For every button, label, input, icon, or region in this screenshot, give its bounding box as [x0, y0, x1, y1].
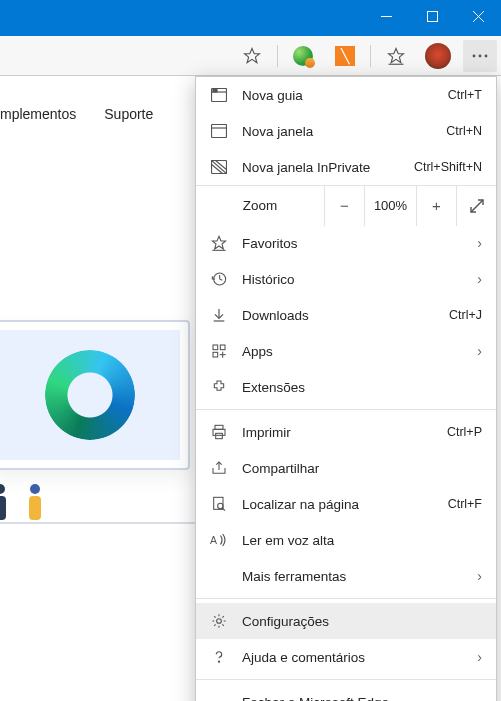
nav-link-addons[interactable]: mplementos	[0, 106, 76, 122]
favorites-icon	[210, 235, 228, 251]
new-tab-icon	[210, 88, 228, 102]
svg-rect-30	[215, 425, 223, 429]
extension-idm-icon[interactable]	[286, 40, 320, 72]
menu-label: Nova janela InPrivate	[242, 160, 400, 175]
svg-rect-31	[213, 429, 225, 435]
menu-shortcut: Ctrl+Shift+N	[414, 160, 482, 174]
menu-label: Nova guia	[242, 88, 434, 103]
settings-menu-button[interactable]	[463, 40, 497, 72]
menu-item-settings[interactable]: Configurações	[196, 603, 496, 639]
chevron-right-icon: ›	[477, 649, 482, 665]
menu-separator	[196, 409, 496, 410]
find-icon	[210, 496, 228, 512]
svg-rect-32	[216, 433, 223, 438]
menu-label: Compartilhar	[242, 461, 482, 476]
svg-text:A: A	[210, 534, 217, 546]
zoom-out-button[interactable]: −	[324, 186, 364, 226]
favorite-star-button[interactable]	[235, 40, 269, 72]
menu-label: Localizar na página	[242, 497, 434, 512]
extension-rss-icon[interactable]: ╲	[328, 40, 362, 72]
fullscreen-button[interactable]	[456, 186, 496, 226]
menu-separator	[196, 598, 496, 599]
chevron-right-icon: ›	[477, 568, 482, 584]
menu-label: Histórico	[242, 272, 463, 287]
menu-item-help[interactable]: Ajuda e comentários ›	[196, 639, 496, 675]
menu-item-extensions[interactable]: Extensões	[196, 369, 496, 405]
svg-rect-1	[427, 11, 437, 21]
menu-shortcut: Ctrl+N	[446, 124, 482, 138]
menu-item-history[interactable]: Histórico ›	[196, 261, 496, 297]
svg-rect-13	[212, 125, 227, 138]
menu-shortcut: Ctrl+F	[448, 497, 482, 511]
downloads-icon	[210, 307, 228, 323]
menu-label: Nova janela	[242, 124, 432, 139]
menu-label: Configurações	[242, 614, 482, 629]
svg-rect-25	[213, 345, 218, 350]
svg-marker-5	[389, 48, 404, 62]
chevron-right-icon: ›	[477, 343, 482, 359]
maximize-button[interactable]	[409, 0, 455, 32]
menu-label: Extensões	[242, 380, 482, 395]
svg-point-9	[485, 54, 488, 57]
edge-logo-icon	[45, 350, 135, 440]
help-icon	[210, 649, 228, 665]
zoom-label: Zoom	[196, 198, 324, 213]
svg-line-19	[471, 200, 483, 212]
svg-rect-12	[213, 90, 217, 93]
svg-line-16	[211, 160, 227, 174]
menu-label: Ajuda e comentários	[242, 650, 463, 665]
svg-point-8	[479, 54, 482, 57]
chevron-right-icon: ›	[477, 271, 482, 287]
window-titlebar	[0, 0, 501, 36]
history-icon	[210, 271, 228, 287]
svg-rect-26	[220, 345, 225, 350]
close-window-button[interactable]	[455, 0, 501, 32]
menu-item-print[interactable]: Imprimir Ctrl+P	[196, 414, 496, 450]
menu-item-close-edge[interactable]: Fechar o Microsoft Edge	[196, 684, 496, 701]
menu-label: Downloads	[242, 308, 435, 323]
menu-label: Fechar o Microsoft Edge	[242, 695, 482, 702]
zoom-in-button[interactable]: +	[416, 186, 456, 226]
menu-label: Imprimir	[242, 425, 433, 440]
menu-item-new-window[interactable]: Nova janela Ctrl+N	[196, 113, 496, 149]
zoom-value: 100%	[364, 186, 416, 226]
welcome-illustration	[0, 300, 210, 520]
apps-icon	[210, 343, 228, 359]
svg-point-39	[218, 661, 219, 662]
menu-item-share[interactable]: Compartilhar	[196, 450, 496, 486]
favorites-bar-button[interactable]	[379, 40, 413, 72]
menu-item-downloads[interactable]: Downloads Ctrl+J	[196, 297, 496, 333]
read-aloud-icon: A	[210, 532, 228, 548]
print-icon	[210, 424, 228, 440]
menu-item-favorites[interactable]: Favoritos ›	[196, 225, 496, 261]
menu-item-new-inprivate[interactable]: Nova janela InPrivate Ctrl+Shift+N	[196, 149, 496, 185]
menu-label: Mais ferramentas	[242, 569, 463, 584]
menu-item-find[interactable]: Localizar na página Ctrl+F	[196, 486, 496, 522]
svg-marker-4	[245, 48, 260, 62]
svg-marker-20	[212, 236, 225, 249]
menu-item-read-aloud[interactable]: A Ler em voz alta	[196, 522, 496, 558]
nav-link-support[interactable]: Suporte	[104, 106, 153, 122]
svg-point-38	[217, 619, 222, 624]
svg-point-35	[218, 503, 223, 508]
svg-rect-27	[213, 352, 218, 357]
menu-item-apps[interactable]: Apps ›	[196, 333, 496, 369]
menu-item-more-tools[interactable]: Mais ferramentas ›	[196, 558, 496, 594]
svg-point-7	[473, 54, 476, 57]
settings-dropdown-menu: Nova guia Ctrl+T Nova janela Ctrl+N Nova…	[195, 76, 497, 701]
inprivate-icon	[210, 160, 228, 174]
minimize-button[interactable]	[363, 0, 409, 32]
new-window-icon	[210, 124, 228, 138]
menu-item-new-tab[interactable]: Nova guia Ctrl+T	[196, 77, 496, 113]
menu-item-zoom: Zoom − 100% +	[196, 185, 496, 225]
menu-shortcut: Ctrl+P	[447, 425, 482, 439]
menu-label: Favoritos	[242, 236, 463, 251]
profile-avatar[interactable]	[421, 40, 455, 72]
chevron-right-icon: ›	[477, 235, 482, 251]
browser-toolbar: ╲	[0, 36, 501, 76]
menu-shortcut: Ctrl+T	[448, 88, 482, 102]
toolbar-separator	[277, 45, 278, 67]
toolbar-separator	[370, 45, 371, 67]
gear-icon	[210, 613, 228, 629]
share-icon	[210, 460, 228, 476]
